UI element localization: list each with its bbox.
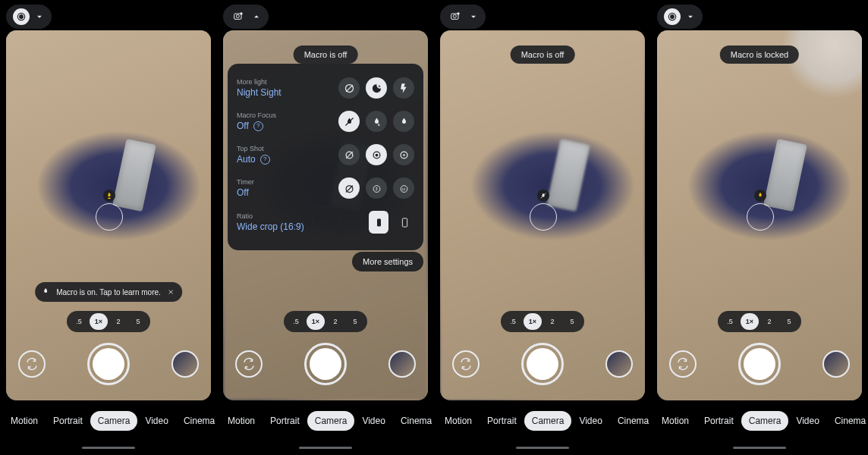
switch-camera-button[interactable] <box>235 350 263 378</box>
camera-controls <box>657 343 862 385</box>
timer-3s-option[interactable]: 3 <box>366 177 387 199</box>
mode-motion[interactable]: Motion <box>3 411 46 431</box>
last-photo-thumbnail[interactable] <box>388 350 416 378</box>
mode-selector[interactable]: Motion Portrait Camera Video Cinema <box>434 411 651 431</box>
camera-viewfinder[interactable]: Macro is locked .5 1× 2 5 <box>657 30 862 400</box>
mode-cinema[interactable]: Cinema <box>176 411 217 431</box>
quick-settings-sheet: More light Night Sight A Macro Focus Off… <box>228 64 423 250</box>
night-sight-option[interactable]: A <box>366 77 387 99</box>
zoom-2[interactable]: 2 <box>326 313 344 330</box>
zoom-1[interactable]: 1× <box>524 313 542 330</box>
timer-10s-option[interactable]: 10 <box>393 177 414 199</box>
topshot-on-option[interactable] <box>393 144 414 165</box>
shutter-button[interactable] <box>521 343 564 385</box>
zoom-2[interactable]: 2 <box>760 313 778 330</box>
last-photo-thumbnail[interactable] <box>822 350 850 378</box>
zoom-5[interactable]: 5 <box>129 313 147 330</box>
switch-camera-button[interactable] <box>18 350 46 378</box>
zoom-1[interactable]: 1× <box>90 313 108 330</box>
macro-off-option[interactable] <box>338 111 360 132</box>
mode-camera[interactable]: Camera <box>741 411 789 431</box>
home-indicator[interactable] <box>516 447 569 449</box>
shutter-button[interactable] <box>304 343 347 385</box>
camera-viewfinder[interactable]: Macro is on. Tap to learn more. .5 1× 2 … <box>6 30 211 400</box>
mode-cinema[interactable]: Cinema <box>610 411 651 431</box>
quick-settings-toggle[interactable] <box>223 5 269 29</box>
svg-point-14 <box>375 153 378 156</box>
mode-portrait[interactable]: Portrait <box>697 411 741 431</box>
zoom-2[interactable]: 2 <box>543 313 561 330</box>
zoom-selector[interactable]: .5 1× 2 5 <box>284 311 367 332</box>
mode-video[interactable]: Video <box>137 411 175 431</box>
zoom-selector[interactable]: .5 1× 2 5 <box>718 311 801 332</box>
switch-camera-button[interactable] <box>669 350 697 378</box>
flash-off-option[interactable] <box>338 77 360 99</box>
zoom-selector[interactable]: .5 1× 2 5 <box>501 311 584 332</box>
mode-portrait[interactable]: Portrait <box>46 411 90 431</box>
quick-settings-toggle[interactable] <box>657 5 703 29</box>
zoom-1[interactable]: 1× <box>741 313 759 330</box>
mode-cinema[interactable]: Cinema <box>827 411 868 431</box>
last-photo-thumbnail[interactable] <box>605 350 633 378</box>
phone-screen-1: Macro is on. Tap to learn more. .5 1× 2 … <box>0 0 217 455</box>
status-toast: Macro is locked <box>720 46 799 64</box>
switch-camera-button[interactable] <box>452 350 480 378</box>
quick-settings-toggle[interactable] <box>6 5 52 29</box>
mode-camera[interactable]: Camera <box>90 411 138 431</box>
mode-portrait[interactable]: Portrait <box>263 411 307 431</box>
svg-line-7 <box>346 85 353 92</box>
zoom-0.5[interactable]: .5 <box>721 313 739 330</box>
mode-selector[interactable]: Motion Portrait Camera Video Cinema <box>651 411 868 431</box>
ratio-wide-option[interactable] <box>369 211 388 234</box>
last-photo-thumbnail[interactable] <box>171 350 199 378</box>
phone-screen-3: Macro is off .5 1× 2 5 Motion Portrait C… <box>434 0 651 455</box>
mode-camera[interactable]: Camera <box>307 411 355 431</box>
zoom-selector[interactable]: .5 1× 2 5 <box>67 311 150 332</box>
zoom-5[interactable]: 5 <box>780 313 798 330</box>
home-indicator[interactable] <box>82 447 135 449</box>
timer-off-option[interactable] <box>338 177 360 199</box>
zoom-5[interactable]: 5 <box>563 313 581 330</box>
zoom-0.5[interactable]: .5 <box>287 313 305 330</box>
flash-on-option[interactable] <box>393 77 414 99</box>
macro-tip-snack[interactable]: Macro is on. Tap to learn more. <box>35 282 182 302</box>
camera-viewfinder[interactable]: Macro is off .5 1× 2 5 <box>440 30 645 400</box>
home-indicator[interactable] <box>733 447 786 449</box>
quick-settings-toggle[interactable] <box>440 5 486 29</box>
mode-motion[interactable]: Motion <box>220 411 263 431</box>
status-toast: Macro is off <box>511 46 575 64</box>
zoom-1[interactable]: 1× <box>307 313 325 330</box>
shutter-button[interactable] <box>87 343 130 385</box>
mode-motion[interactable]: Motion <box>654 411 697 431</box>
info-icon[interactable]: ? <box>253 121 263 131</box>
chevron-up-icon <box>251 11 262 22</box>
shutter-button[interactable] <box>738 343 781 385</box>
mode-video[interactable]: Video <box>788 411 826 431</box>
mode-video[interactable]: Video <box>571 411 609 431</box>
zoom-2[interactable]: 2 <box>109 313 127 330</box>
mode-video[interactable]: Video <box>354 411 392 431</box>
macro-auto-option[interactable]: A <box>366 111 387 132</box>
mode-motion[interactable]: Motion <box>437 411 480 431</box>
camera-controls <box>440 343 645 385</box>
macro-on-option[interactable] <box>393 111 414 132</box>
topshot-auto-option[interactable] <box>366 144 387 165</box>
info-icon[interactable]: ? <box>260 155 270 165</box>
ratio-full-option[interactable] <box>395 211 414 234</box>
mode-camera[interactable]: Camera <box>524 411 572 431</box>
svg-point-26 <box>453 14 456 17</box>
zoom-5[interactable]: 5 <box>346 313 364 330</box>
svg-point-29 <box>670 14 675 19</box>
topshot-off-option[interactable] <box>338 144 360 165</box>
zoom-0.5[interactable]: .5 <box>504 313 522 330</box>
close-icon[interactable] <box>167 288 175 296</box>
mode-cinema[interactable]: Cinema <box>393 411 434 431</box>
mode-portrait[interactable]: Portrait <box>480 411 524 431</box>
mode-selector[interactable]: Motion Portrait Camera Video Cinema <box>217 411 434 431</box>
mode-selector[interactable]: Motion Portrait Camera Video Cinema <box>0 411 217 431</box>
row-more-light: More light Night Sight A <box>237 71 414 105</box>
more-settings-button[interactable]: More settings <box>352 252 423 271</box>
svg-text:3: 3 <box>375 187 377 191</box>
home-indicator[interactable] <box>299 447 352 449</box>
zoom-0.5[interactable]: .5 <box>70 313 88 330</box>
